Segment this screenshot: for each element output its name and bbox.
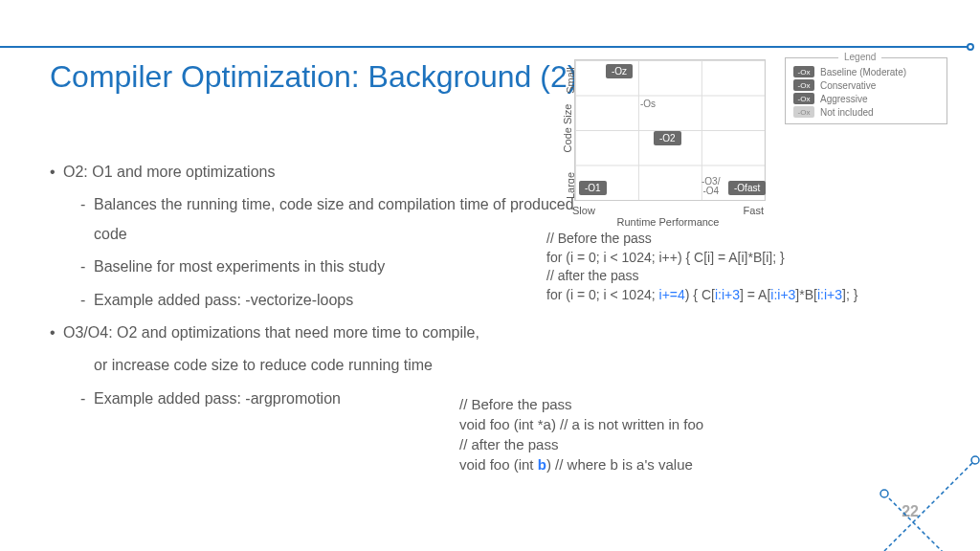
slide-title: Compiler Optimization: Background (2): [50, 57, 577, 96]
bullet-list: O2: O1 and more optimizations Balances t…: [50, 158, 586, 417]
svg-line-0: [884, 460, 975, 551]
chart-grid: -Oz -Os -O2 -O1 -O3/-O4 -Ofast: [574, 59, 766, 201]
header-rule-dot: [967, 43, 974, 51]
bullet-o2-balance: Balances the running time, code size and…: [50, 190, 586, 249]
x-axis: Slow Fast Runtime Performance: [572, 205, 764, 228]
legend-row: -OxNot included: [793, 106, 939, 118]
point-oz: -Oz: [606, 64, 633, 78]
point-o2: -O2: [654, 131, 681, 145]
svg-point-3: [880, 490, 888, 497]
legend-row: -OxConservative: [793, 79, 939, 91]
optimization-chart: Code Size Small Large -Oz -Os -O2 -O1 -O…: [544, 57, 764, 220]
bullet-o3: O3/O4: O2 and optimizations that need mo…: [50, 319, 586, 347]
point-o1: -O1: [579, 181, 607, 195]
legend-row: -OxBaseline (Moderate): [793, 66, 939, 77]
point-ofast: -Ofast: [728, 181, 766, 195]
point-os: -Os: [635, 97, 661, 111]
bullet-o2: O2: O1 and more optimizations: [50, 158, 586, 187]
header-rule: [0, 46, 971, 48]
y-axis-label: Code Size Small Large: [561, 57, 572, 201]
bullet-o2-baseline: Baseline for most experiments in this st…: [50, 253, 586, 281]
legend-title: Legend: [838, 52, 881, 62]
legend-row: -OxAggressive: [793, 93, 939, 104]
corner-decoration: [875, 446, 980, 551]
point-o3o4: -O3/-O4: [696, 175, 725, 198]
bullet-o2-example: Example added pass: -vectorize-loops: [50, 286, 586, 315]
chart-legend: Legend -OxBaseline (Moderate) -OxConserv…: [785, 57, 947, 124]
code-vectorize: // Before the pass for (i = 0; i < 1024;…: [546, 230, 977, 304]
svg-line-1: [884, 494, 951, 551]
bullet-o3-cont: or increase code size to reduce code run…: [50, 351, 586, 380]
code-argpromotion: // Before the pass void foo (int *a) // …: [459, 394, 900, 474]
svg-point-2: [971, 456, 979, 464]
